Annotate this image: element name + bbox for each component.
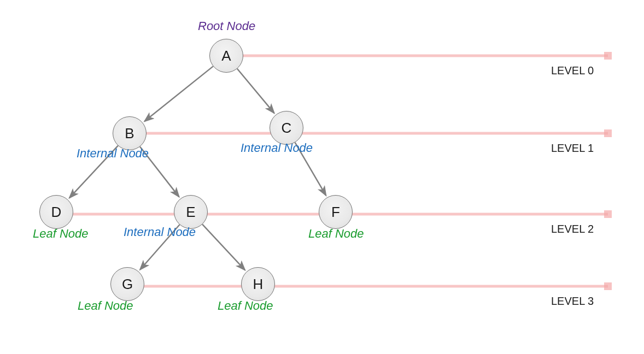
annotation-leaf-F: Leaf Node	[308, 227, 364, 241]
tree-node-H: H	[241, 267, 275, 301]
node-label: D	[51, 204, 62, 221]
level-label-3: LEVEL 3	[551, 295, 594, 308]
tree-node-D: D	[39, 195, 73, 229]
node-label: F	[331, 204, 340, 221]
svg-line-12	[144, 66, 213, 121]
node-label: G	[122, 276, 133, 293]
tree-node-A: A	[209, 39, 243, 73]
annotation-internal-C: Internal Node	[241, 141, 313, 155]
svg-rect-2	[604, 52, 612, 60]
node-label: B	[125, 125, 134, 142]
tree-node-G: G	[110, 267, 144, 301]
tree-node-C: C	[270, 111, 303, 145]
level-label-2: LEVEL 2	[551, 223, 594, 235]
node-label: A	[221, 48, 231, 64]
level-lines	[61, 52, 612, 290]
annotation-internal-E: Internal Node	[124, 225, 196, 239]
annotation-root-A: Root Node	[198, 19, 255, 33]
node-label: E	[186, 204, 195, 221]
tree-node-B: B	[113, 116, 147, 150]
annotation-leaf-G: Leaf Node	[78, 299, 133, 313]
tree-edges	[69, 66, 326, 270]
annotation-leaf-H: Leaf Node	[218, 299, 273, 313]
tree-node-F: F	[319, 195, 353, 229]
svg-line-18	[202, 225, 245, 270]
node-label: H	[253, 276, 264, 293]
svg-rect-5	[604, 129, 612, 137]
annotation-internal-B: Internal Node	[77, 146, 149, 161]
node-label: C	[282, 120, 292, 137]
svg-rect-8	[604, 210, 612, 218]
tree-diagram: A B C D E F G H Root Node Internal Node …	[0, 0, 644, 354]
svg-rect-11	[604, 282, 612, 290]
tree-node-E: E	[174, 195, 208, 229]
level-label-0: LEVEL 0	[551, 64, 594, 77]
svg-line-13	[237, 69, 274, 113]
annotation-leaf-D: Leaf Node	[33, 227, 89, 241]
level-label-1: LEVEL 1	[551, 142, 594, 155]
